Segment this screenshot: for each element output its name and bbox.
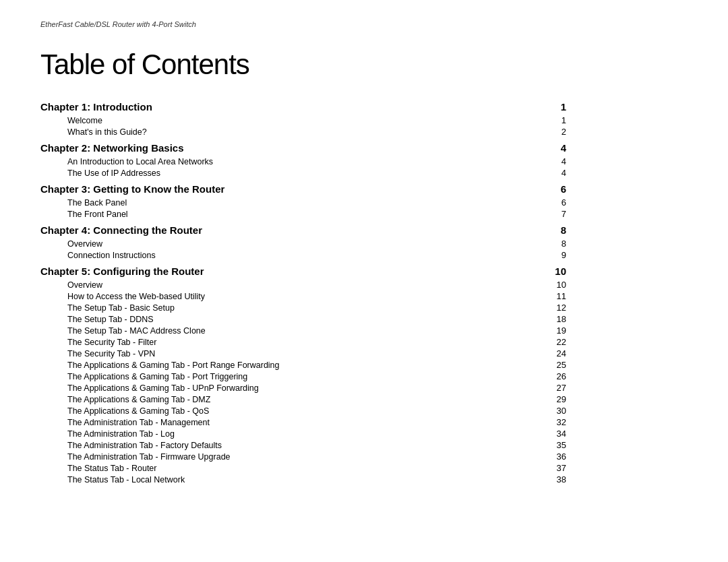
section-row-5-16: The Administration Tab - Firmware Upgrad… bbox=[40, 451, 566, 462]
section-title-3-1: The Back Panel bbox=[67, 198, 127, 208]
section-row-5-3: The Setup Tab - Basic Setup12 bbox=[40, 303, 566, 313]
section-page-5-9: 26 bbox=[546, 371, 566, 381]
section-page-1-1: 1 bbox=[546, 115, 566, 125]
section-page-1-2: 2 bbox=[546, 127, 566, 137]
section-title-5-12: The Applications & Gaming Tab - QoS bbox=[67, 406, 209, 416]
section-title-5-8: The Applications & Gaming Tab - Port Ran… bbox=[67, 361, 280, 370]
section-page-5-5: 19 bbox=[546, 325, 566, 336]
section-row-2-2: The Use of IP Addresses4 bbox=[40, 168, 566, 178]
section-page-5-14: 34 bbox=[546, 429, 566, 439]
section-row-5-6: The Security Tab - Filter22 bbox=[40, 337, 566, 347]
section-page-5-12: 30 bbox=[546, 406, 566, 416]
section-row-1-1: Welcome1 bbox=[40, 115, 566, 125]
chapter-title-3: Chapter 3: Getting to Know the Router bbox=[40, 183, 224, 195]
section-page-3-2: 7 bbox=[546, 209, 566, 219]
section-row-1-2: What's in this Guide?2 bbox=[40, 127, 566, 137]
section-title-4-2: Connection Instructions bbox=[67, 251, 156, 260]
section-page-2-1: 4 bbox=[546, 156, 566, 166]
section-title-1-2: What's in this Guide? bbox=[67, 127, 147, 137]
page-title: Table of Contents bbox=[40, 49, 688, 81]
toc-container: Chapter 1: Introduction1Welcome1What's i… bbox=[40, 101, 566, 485]
section-row-5-15: The Administration Tab - Factory Default… bbox=[40, 440, 566, 450]
chapter-row-4: Chapter 4: Connecting the Router8 bbox=[40, 224, 566, 236]
section-title-2-2: The Use of IP Addresses bbox=[67, 168, 160, 178]
chapter-row-2: Chapter 2: Networking Basics4 bbox=[40, 142, 566, 154]
section-row-5-10: The Applications & Gaming Tab - UPnP For… bbox=[40, 383, 566, 393]
chapter-page-4: 8 bbox=[546, 224, 566, 236]
section-page-3-1: 6 bbox=[546, 197, 566, 208]
section-title-1-1: Welcome bbox=[67, 116, 102, 125]
section-title-5-18: The Status Tab - Local Network bbox=[67, 475, 185, 485]
section-title-5-17: The Status Tab - Router bbox=[67, 464, 156, 473]
section-row-5-18: The Status Tab - Local Network38 bbox=[40, 474, 566, 485]
chapter-row-3: Chapter 3: Getting to Know the Router6 bbox=[40, 183, 566, 195]
section-title-2-1: An Introduction to Local Area Networks bbox=[67, 157, 213, 166]
section-row-5-17: The Status Tab - Router37 bbox=[40, 463, 566, 473]
section-title-5-9: The Applications & Gaming Tab - Port Tri… bbox=[67, 372, 247, 381]
chapter-row-1: Chapter 1: Introduction1 bbox=[40, 101, 566, 113]
section-title-5-2: How to Access the Web-based Utility bbox=[67, 292, 205, 301]
chapter-page-1: 1 bbox=[546, 101, 566, 113]
section-page-5-3: 12 bbox=[546, 303, 566, 313]
section-row-5-14: The Administration Tab - Log34 bbox=[40, 429, 566, 439]
section-page-4-1: 8 bbox=[546, 239, 566, 249]
section-title-5-10: The Applications & Gaming Tab - UPnP For… bbox=[67, 383, 259, 393]
section-row-5-12: The Applications & Gaming Tab - QoS30 bbox=[40, 406, 566, 416]
chapter-title-5: Chapter 5: Configuring the Router bbox=[40, 266, 204, 277]
section-page-5-7: 24 bbox=[546, 348, 566, 358]
section-row-5-2: How to Access the Web-based Utility11 bbox=[40, 291, 566, 301]
section-title-5-14: The Administration Tab - Log bbox=[67, 429, 175, 439]
chapter-page-2: 4 bbox=[546, 142, 566, 154]
section-row-5-11: The Applications & Gaming Tab - DMZ29 bbox=[40, 394, 566, 404]
section-page-5-1: 10 bbox=[546, 280, 566, 290]
section-page-5-11: 29 bbox=[546, 394, 566, 404]
section-page-5-6: 22 bbox=[546, 337, 566, 347]
section-page-5-10: 27 bbox=[546, 383, 566, 393]
section-title-4-1: Overview bbox=[67, 239, 102, 249]
section-title-5-7: The Security Tab - VPN bbox=[67, 349, 155, 358]
section-row-5-13: The Administration Tab - Management32 bbox=[40, 417, 566, 427]
section-row-4-1: Overview8 bbox=[40, 239, 566, 249]
section-row-2-1: An Introduction to Local Area Networks4 bbox=[40, 156, 566, 166]
chapter-title-1: Chapter 1: Introduction bbox=[40, 101, 152, 113]
section-title-5-16: The Administration Tab - Firmware Upgrad… bbox=[67, 452, 231, 462]
section-page-5-4: 18 bbox=[546, 314, 566, 324]
section-title-5-3: The Setup Tab - Basic Setup bbox=[67, 303, 175, 313]
chapter-title-2: Chapter 2: Networking Basics bbox=[40, 142, 184, 154]
section-page-5-17: 37 bbox=[546, 463, 566, 473]
chapter-row-5: Chapter 5: Configuring the Router10 bbox=[40, 266, 566, 277]
section-row-5-9: The Applications & Gaming Tab - Port Tri… bbox=[40, 371, 566, 381]
section-row-5-1: Overview10 bbox=[40, 280, 566, 290]
section-row-5-8: The Applications & Gaming Tab - Port Ran… bbox=[40, 360, 566, 370]
section-row-4-2: Connection Instructions9 bbox=[40, 250, 566, 260]
chapter-page-5: 10 bbox=[546, 266, 566, 277]
section-row-5-7: The Security Tab - VPN24 bbox=[40, 348, 566, 358]
section-page-5-15: 35 bbox=[546, 440, 566, 450]
section-title-5-5: The Setup Tab - MAC Address Clone bbox=[67, 326, 206, 336]
section-page-5-8: 25 bbox=[546, 360, 566, 370]
section-title-5-11: The Applications & Gaming Tab - DMZ bbox=[67, 395, 210, 404]
section-page-5-2: 11 bbox=[546, 291, 566, 301]
section-page-4-2: 9 bbox=[546, 250, 566, 260]
section-page-5-18: 38 bbox=[546, 474, 566, 485]
section-title-5-1: Overview bbox=[67, 280, 102, 290]
section-title-5-13: The Administration Tab - Management bbox=[67, 418, 210, 427]
section-page-5-16: 36 bbox=[546, 451, 566, 462]
section-title-5-6: The Security Tab - Filter bbox=[67, 338, 156, 347]
section-title-5-4: The Setup Tab - DDNS bbox=[67, 315, 154, 324]
section-row-5-5: The Setup Tab - MAC Address Clone19 bbox=[40, 325, 566, 336]
header-label: EtherFast Cable/DSL Router with 4-Port S… bbox=[40, 20, 688, 28]
section-row-3-2: The Front Panel7 bbox=[40, 209, 566, 219]
section-row-3-1: The Back Panel6 bbox=[40, 197, 566, 208]
section-row-5-4: The Setup Tab - DDNS18 bbox=[40, 314, 566, 324]
section-title-5-15: The Administration Tab - Factory Default… bbox=[67, 441, 222, 450]
section-page-2-2: 4 bbox=[546, 168, 566, 178]
chapter-title-4: Chapter 4: Connecting the Router bbox=[40, 224, 202, 236]
section-page-5-13: 32 bbox=[546, 417, 566, 427]
chapter-page-3: 6 bbox=[546, 183, 566, 195]
section-title-3-2: The Front Panel bbox=[67, 210, 128, 219]
